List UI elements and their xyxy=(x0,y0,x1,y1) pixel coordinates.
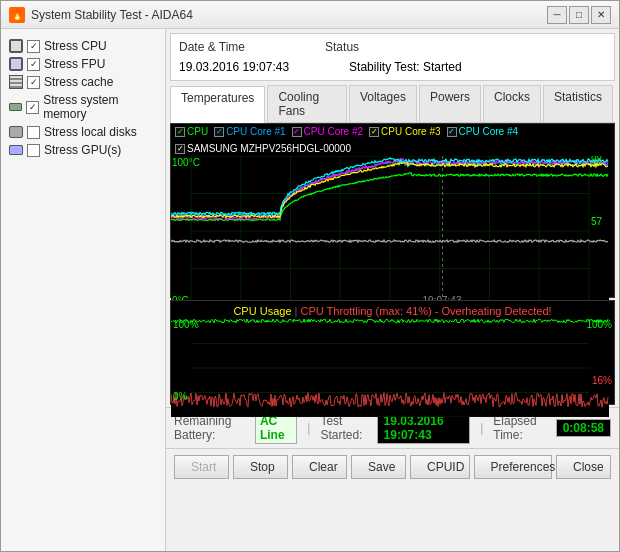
sidebar-item-stress-gpu[interactable]: Stress GPU(s) xyxy=(5,141,161,159)
minimize-button[interactable]: ─ xyxy=(547,6,567,24)
stress-fpu-checkbox[interactable]: ✓ xyxy=(27,58,40,71)
usage-y-right-value: 16% xyxy=(592,375,612,386)
ram-icon xyxy=(9,103,22,111)
sidebar-item-stress-memory[interactable]: ✓ Stress system memory xyxy=(5,91,161,123)
datetime-header: Date & Time xyxy=(179,40,245,54)
tab-powers[interactable]: Powers xyxy=(419,85,481,122)
clear-button[interactable]: Clear xyxy=(292,455,347,479)
legend-checkbox-core2[interactable]: ✓ xyxy=(292,127,302,137)
chart-legend: ✓ CPU ✓ CPU Core #1 ✓ CPU Core #2 ✓ CPU … xyxy=(171,124,614,156)
legend-item-core4[interactable]: ✓ CPU Core #4 xyxy=(447,126,518,137)
usage-chart-title: CPU Usage | CPU Throttling (max: 41%) - … xyxy=(171,303,614,319)
legend-item-core1[interactable]: ✓ CPU Core #1 xyxy=(214,126,285,137)
main-window: 🔥 System Stability Test - AIDA64 ─ □ ✕ ✓… xyxy=(0,0,620,552)
usage-y-top-right: 100% xyxy=(586,319,612,330)
usage-chart-canvas xyxy=(171,319,609,417)
close-window-button[interactable]: ✕ xyxy=(591,6,611,24)
fpu-icon xyxy=(9,57,23,71)
elapsed-value: 0:08:58 xyxy=(556,419,611,437)
close-button[interactable]: Close xyxy=(556,455,611,479)
cpu-usage-label: CPU Usage xyxy=(233,305,291,317)
content-area: ✓ Stress CPU ✓ Stress FPU ✓ Stress cache… xyxy=(1,29,619,551)
divider2: | xyxy=(480,421,483,435)
start-button[interactable]: Start xyxy=(174,455,229,479)
stress-cpu-checkbox[interactable]: ✓ xyxy=(27,40,40,53)
stress-disk-label: Stress local disks xyxy=(44,125,137,139)
tabs: Temperatures Cooling Fans Voltages Power… xyxy=(170,85,615,123)
button-bar: Start Stop Clear Save CPUID Preferences … xyxy=(166,448,619,485)
legend-label-core4: CPU Core #4 xyxy=(459,126,518,137)
maximize-button[interactable]: □ xyxy=(569,6,589,24)
save-button[interactable]: Save xyxy=(351,455,406,479)
window-title: System Stability Test - AIDA64 xyxy=(31,8,547,22)
usage-chart-container: CPU Usage | CPU Throttling (max: 41%) - … xyxy=(170,300,615,405)
sidebar-item-stress-disk[interactable]: Stress local disks xyxy=(5,123,161,141)
stress-fpu-label: Stress FPU xyxy=(44,57,105,71)
legend-item-samsung[interactable]: ✓ SAMSUNG MZHPV256HDGL-00000 xyxy=(175,143,351,154)
usage-y-bottom-left: 0% xyxy=(173,391,187,402)
tab-statistics[interactable]: Statistics xyxy=(543,85,613,122)
usage-y-top-left: 100% xyxy=(173,319,199,330)
status-value: Stability Test: Started xyxy=(349,60,462,74)
legend-item-cpu[interactable]: ✓ CPU xyxy=(175,126,208,137)
sidebar-item-stress-fpu[interactable]: ✓ Stress FPU xyxy=(5,55,161,73)
legend-item-core3[interactable]: ✓ CPU Core #3 xyxy=(369,126,440,137)
gpu-icon xyxy=(9,145,23,155)
cpu-icon xyxy=(9,39,23,53)
sidebar: ✓ Stress CPU ✓ Stress FPU ✓ Stress cache… xyxy=(1,29,166,551)
sidebar-item-stress-cache[interactable]: ✓ Stress cache xyxy=(5,73,161,91)
legend-label-samsung: SAMSUNG MZHPV256HDGL-00000 xyxy=(187,143,351,154)
test-started-label: Test Started: xyxy=(320,414,368,442)
divider1: | xyxy=(307,421,310,435)
disk-icon xyxy=(9,126,23,138)
stress-gpu-label: Stress GPU(s) xyxy=(44,143,121,157)
datetime-value: 19.03.2016 19:07:43 xyxy=(179,60,289,74)
temp-chart-container: ✓ CPU ✓ CPU Core #1 ✓ CPU Core #2 ✓ CPU … xyxy=(170,123,615,298)
legend-checkbox-core3[interactable]: ✓ xyxy=(369,127,379,137)
throttling-label: CPU Throttling (max: 41%) - Overheating … xyxy=(300,305,551,317)
tab-temperatures[interactable]: Temperatures xyxy=(170,86,265,123)
legend-label-cpu: CPU xyxy=(187,126,208,137)
legend-item-core2[interactable]: ✓ CPU Core #2 xyxy=(292,126,363,137)
status-header: Date & Time Status xyxy=(179,40,606,54)
tab-voltages[interactable]: Voltages xyxy=(349,85,417,122)
stress-memory-checkbox[interactable]: ✓ xyxy=(26,101,39,114)
stress-disk-checkbox[interactable] xyxy=(27,126,40,139)
legend-label-core1: CPU Core #1 xyxy=(226,126,285,137)
legend-checkbox-cpu[interactable]: ✓ xyxy=(175,127,185,137)
stop-button[interactable]: Stop xyxy=(233,455,288,479)
cpuid-button[interactable]: CPUID xyxy=(410,455,470,479)
legend-checkbox-core4[interactable]: ✓ xyxy=(447,127,457,137)
legend-checkbox-core1[interactable]: ✓ xyxy=(214,127,224,137)
tab-cooling-fans[interactable]: Cooling Fans xyxy=(267,85,347,122)
tabs-area: Temperatures Cooling Fans Voltages Power… xyxy=(170,85,615,123)
battery-label: Remaining Battery: xyxy=(174,414,247,442)
stress-memory-label: Stress system memory xyxy=(43,93,157,121)
legend-label-core3: CPU Core #3 xyxy=(381,126,440,137)
elapsed-label: Elapsed Time: xyxy=(493,414,547,442)
stress-cpu-label: Stress CPU xyxy=(44,39,107,53)
status-row: 19.03.2016 19:07:43 Stability Test: Star… xyxy=(179,60,606,74)
stress-gpu-checkbox[interactable] xyxy=(27,144,40,157)
status-panel: Date & Time Status 19.03.2016 19:07:43 S… xyxy=(170,33,615,81)
legend-checkbox-samsung[interactable]: ✓ xyxy=(175,144,185,154)
temp-chart-canvas xyxy=(171,156,609,306)
stress-cache-label: Stress cache xyxy=(44,75,113,89)
preferences-button[interactable]: Preferences xyxy=(474,455,552,479)
legend-label-core2: CPU Core #2 xyxy=(304,126,363,137)
main-area: Date & Time Status 19.03.2016 19:07:43 S… xyxy=(166,29,619,551)
window-controls: ─ □ ✕ xyxy=(547,6,611,24)
sidebar-item-stress-cpu[interactable]: ✓ Stress CPU xyxy=(5,37,161,55)
status-header-label: Status xyxy=(325,40,359,54)
stress-cache-checkbox[interactable]: ✓ xyxy=(27,76,40,89)
app-icon: 🔥 xyxy=(9,7,25,23)
cache-icon xyxy=(9,75,23,89)
title-bar: 🔥 System Stability Test - AIDA64 ─ □ ✕ xyxy=(1,1,619,29)
tab-clocks[interactable]: Clocks xyxy=(483,85,541,122)
